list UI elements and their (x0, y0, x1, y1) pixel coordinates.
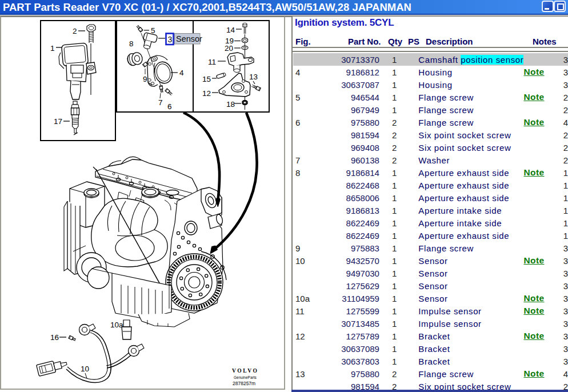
svg-text:3: 3 (168, 35, 173, 44)
svg-text:17: 17 (54, 117, 62, 126)
svg-text:5: 5 (151, 26, 155, 35)
svg-text:16: 16 (50, 333, 59, 342)
svg-text:14: 14 (226, 26, 235, 34)
svg-text:VOLVO: VOLVO (232, 368, 259, 374)
svg-text:18: 18 (226, 100, 235, 109)
svg-text:8: 8 (129, 39, 134, 48)
svg-text:10: 10 (81, 365, 89, 373)
svg-text:Sensor: Sensor (176, 34, 202, 43)
svg-text:2878257m: 2878257m (233, 381, 255, 386)
svg-text:9: 9 (143, 75, 147, 83)
svg-text:11: 11 (208, 58, 216, 66)
svg-text:7: 7 (158, 98, 163, 107)
svg-text:15: 15 (202, 75, 211, 83)
svg-text:20: 20 (225, 44, 233, 53)
svg-text:12: 12 (202, 89, 211, 98)
svg-text:13: 13 (249, 73, 258, 81)
svg-text:6: 6 (167, 102, 172, 111)
svg-text:4: 4 (179, 69, 184, 77)
svg-text:GenuineParts: GenuineParts (234, 375, 257, 379)
svg-text:1: 1 (50, 44, 55, 53)
svg-text:2: 2 (73, 27, 77, 35)
